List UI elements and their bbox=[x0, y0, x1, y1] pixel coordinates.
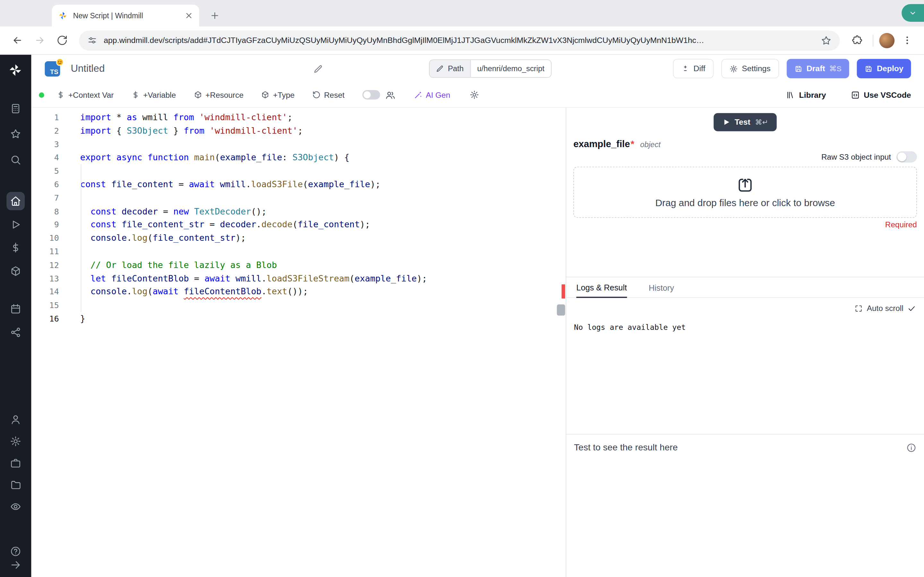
code-line[interactable]: 14 console.log(await fileContentBlob.tex… bbox=[31, 285, 565, 299]
file-dropzone[interactable]: Drag and drop files here or click to bro… bbox=[573, 167, 917, 218]
sidebar-item-audit-logs[interactable] bbox=[10, 501, 21, 512]
raw-s3-toggle[interactable] bbox=[897, 151, 917, 163]
toolbar-divider bbox=[873, 34, 873, 46]
right-panel: Test ⌘↵ example_file * object Raw S3 obj… bbox=[566, 108, 924, 577]
multiplayer-toggle[interactable] bbox=[362, 90, 380, 99]
line-number: 7 bbox=[31, 191, 59, 205]
info-icon[interactable] bbox=[906, 443, 916, 453]
dollar-icon bbox=[57, 91, 65, 99]
sidebar-item-apps[interactable] bbox=[10, 103, 21, 114]
code-line[interactable]: 13 let fileContentBlob = await wmill.loa… bbox=[31, 272, 565, 285]
bookmark-icon[interactable] bbox=[821, 35, 832, 45]
sidebar-item-flows[interactable] bbox=[10, 327, 21, 338]
sidebar-item-favorites[interactable] bbox=[10, 128, 21, 139]
sidebar-item-workers[interactable] bbox=[10, 458, 21, 469]
required-mark: * bbox=[630, 139, 634, 149]
deploy-button[interactable]: Deploy bbox=[857, 59, 911, 79]
sidebar-item-schedules[interactable] bbox=[10, 303, 21, 314]
sidebar-item-expand-sidebar[interactable] bbox=[10, 559, 21, 571]
sidebar-item-search[interactable] bbox=[10, 154, 21, 165]
sidebar-item-runs[interactable] bbox=[10, 219, 21, 230]
avatar[interactable] bbox=[879, 33, 895, 48]
editor-settings-icon[interactable] bbox=[470, 90, 479, 99]
required-hint: Required bbox=[573, 220, 917, 229]
code-line[interactable]: 8 const decoder = new TextDecoder(); bbox=[31, 205, 565, 218]
box-icon bbox=[194, 91, 202, 99]
add-variable-button[interactable]: +Variable bbox=[132, 90, 176, 99]
auto-scroll-control[interactable]: Auto scroll bbox=[566, 298, 924, 313]
back-button[interactable] bbox=[7, 31, 27, 50]
add-context-var-button[interactable]: +Context Var bbox=[57, 90, 113, 99]
code-line[interactable]: 12 // Or load the file lazily as a Blob bbox=[31, 258, 565, 272]
settings-button[interactable]: Settings bbox=[721, 59, 779, 79]
code-line[interactable]: 5 bbox=[31, 164, 565, 178]
ai-gen-button[interactable]: AI Gen bbox=[414, 90, 451, 99]
code-line[interactable]: 16} bbox=[31, 312, 565, 326]
script-header: TS Untitled Path u/henri/demo_script bbox=[31, 55, 924, 82]
code-line[interactable]: 9 const file_content_str = decoder.decod… bbox=[31, 218, 565, 231]
extensions-button[interactable] bbox=[846, 31, 867, 50]
editor-toolbar: +Context Var+Variable+Resource+TypeReset… bbox=[31, 82, 924, 108]
library-button[interactable]: Library bbox=[786, 90, 826, 99]
script-title[interactable]: Untitled bbox=[71, 63, 105, 75]
browser-menu-button[interactable] bbox=[897, 31, 917, 50]
arrow-right-icon bbox=[34, 35, 45, 46]
url-text: app.windmill.dev/scripts/add#JTdCJTIyaGF… bbox=[103, 36, 814, 45]
windmill-favicon bbox=[58, 11, 68, 21]
browser-tab[interactable]: New Script | Windmill bbox=[52, 5, 199, 27]
reload-button[interactable] bbox=[52, 31, 72, 50]
code-line[interactable]: 15 bbox=[31, 299, 565, 312]
scrollbar-thumb[interactable] bbox=[557, 305, 565, 316]
sidebar-item-resources[interactable] bbox=[10, 266, 21, 277]
test-button[interactable]: Test ⌘↵ bbox=[714, 113, 777, 131]
code-editor[interactable]: 1import * as wmill from 'windmill-client… bbox=[31, 108, 565, 577]
sidebar-item-folders[interactable] bbox=[10, 479, 21, 490]
line-number: 4 bbox=[31, 151, 59, 164]
expand-icon[interactable] bbox=[855, 304, 863, 313]
address-bar[interactable]: app.windmill.dev/scripts/add#JTdCJTIyaGF… bbox=[79, 31, 840, 50]
new-tab-button[interactable] bbox=[207, 8, 222, 23]
library-icon bbox=[786, 90, 795, 99]
tab-logs-result[interactable]: Logs & Result bbox=[576, 283, 627, 298]
code-line[interactable]: 2import { S3Object } from 'windmill-clie… bbox=[31, 124, 565, 137]
sidebar-item-settings[interactable] bbox=[10, 436, 21, 447]
code-line[interactable]: 10 console.log(file_content_str); bbox=[31, 231, 565, 245]
line-number: 3 bbox=[31, 137, 59, 151]
diff-button[interactable]: Diff bbox=[673, 59, 714, 79]
check-icon bbox=[908, 304, 916, 313]
code-line[interactable]: 11 bbox=[31, 245, 565, 258]
sidebar-item-users[interactable] bbox=[10, 414, 21, 425]
sidebar-item-variables[interactable] bbox=[10, 242, 21, 253]
code-line[interactable]: 1import * as wmill from 'windmill-client… bbox=[31, 111, 565, 124]
code-line[interactable]: 7 bbox=[31, 191, 565, 205]
tab-close-icon[interactable] bbox=[184, 11, 194, 20]
draft-button[interactable]: Draft ⌘S bbox=[787, 59, 849, 79]
add-type-button[interactable]: +Type bbox=[261, 90, 294, 99]
use-vscode-button[interactable]: Use VSCode bbox=[851, 90, 911, 99]
sidebar bbox=[0, 55, 31, 577]
line-number: 11 bbox=[31, 245, 59, 258]
sidebar-item-home[interactable] bbox=[10, 195, 21, 207]
sidebar-item-help[interactable] bbox=[10, 546, 21, 557]
code-line[interactable]: 6const file_content = await wmill.loadS3… bbox=[31, 178, 565, 191]
argument-name: example_file bbox=[573, 139, 630, 149]
edit-title-icon[interactable] bbox=[313, 64, 323, 73]
code-line[interactable]: 3 bbox=[31, 137, 565, 151]
windmill-logo[interactable] bbox=[8, 63, 23, 78]
vscode-icon bbox=[851, 90, 860, 99]
dollar-icon bbox=[132, 91, 140, 99]
save-icon bbox=[864, 64, 873, 73]
forward-button[interactable] bbox=[29, 31, 49, 50]
line-number: 5 bbox=[31, 164, 59, 178]
code-line[interactable]: 4export async function main(example_file… bbox=[31, 151, 565, 164]
puzzle-icon bbox=[851, 35, 863, 46]
tab-history[interactable]: History bbox=[649, 284, 674, 297]
tab-title: New Script | Windmill bbox=[73, 11, 179, 20]
site-info-icon[interactable] bbox=[87, 35, 97, 45]
path-group[interactable]: Path u/henri/demo_script bbox=[429, 60, 551, 78]
address-row: app.windmill.dev/scripts/add#JTdCJTIyaGF… bbox=[0, 27, 924, 55]
screen-share-button[interactable] bbox=[901, 4, 924, 22]
add-resource-button[interactable]: +Resource bbox=[194, 90, 244, 99]
raw-s3-label: Raw S3 object input bbox=[821, 153, 891, 161]
reset-button[interactable]: Reset bbox=[312, 90, 344, 99]
